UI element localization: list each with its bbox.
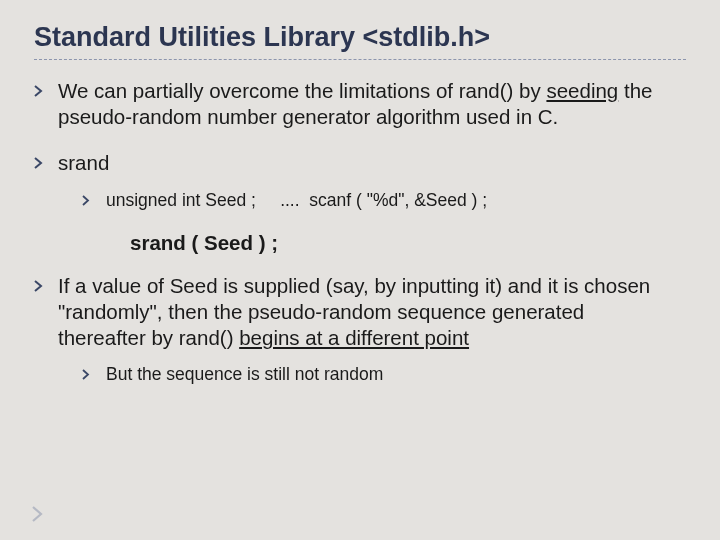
bullet-3-begins: begins at a different point bbox=[239, 326, 469, 349]
bullet-3a-text: But the sequence is still not random bbox=[106, 363, 672, 387]
bullet-2a: unsigned int Seed ; .... scanf ( "%d", &… bbox=[82, 189, 672, 213]
bullet-1-pre: We can partially overcome the limitation… bbox=[58, 79, 546, 102]
bullet-arrow-icon bbox=[82, 363, 106, 387]
bullet-3: If a value of Seed is supplied (say, by … bbox=[34, 273, 686, 388]
bullet-1-text: We can partially overcome the limitation… bbox=[58, 78, 672, 130]
bullet-3a: But the sequence is still not random bbox=[82, 363, 672, 387]
bullet-1-seeding: seeding bbox=[546, 79, 618, 102]
bullet-arrow-icon bbox=[82, 189, 106, 213]
bullet-2-text: srand unsigned int Seed ; .... scanf ( "… bbox=[58, 150, 672, 212]
bullet-1: We can partially overcome the limitation… bbox=[34, 78, 686, 130]
code-srand-call: srand ( Seed ) ; bbox=[130, 231, 686, 255]
bullet-3-text: If a value of Seed is supplied (say, by … bbox=[58, 273, 672, 388]
footer-arrow-icon bbox=[32, 506, 46, 526]
bullet-arrow-icon bbox=[34, 273, 58, 388]
bullet-arrow-icon bbox=[34, 78, 58, 130]
slide: Standard Utilities Library <stdlib.h> We… bbox=[0, 0, 720, 413]
page-title: Standard Utilities Library <stdlib.h> bbox=[34, 22, 686, 59]
bullet-2-label: srand bbox=[58, 151, 109, 174]
bullet-arrow-icon bbox=[34, 150, 58, 212]
title-divider bbox=[34, 59, 686, 60]
bullet-2: srand unsigned int Seed ; .... scanf ( "… bbox=[34, 150, 686, 212]
bullet-2a-text: unsigned int Seed ; .... scanf ( "%d", &… bbox=[106, 189, 672, 213]
